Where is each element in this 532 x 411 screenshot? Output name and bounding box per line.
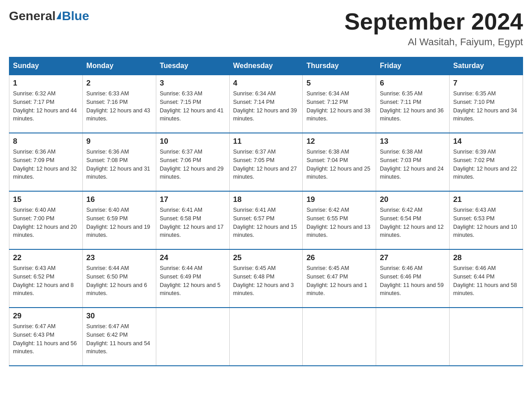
day-number: 26	[306, 253, 372, 262]
calendar-header-monday: Monday	[82, 57, 156, 75]
day-number: 28	[453, 253, 519, 262]
calendar-cell: 9Sunrise: 6:36 AMSunset: 7:08 PMDaylight…	[82, 133, 156, 191]
day-info: Sunrise: 6:44 AMSunset: 6:49 PMDaylight:…	[160, 264, 226, 298]
calendar-cell: 20Sunrise: 6:42 AMSunset: 6:54 PMDayligh…	[376, 191, 450, 249]
day-number: 1	[13, 79, 79, 88]
day-info: Sunrise: 6:33 AMSunset: 7:16 PMDaylight:…	[86, 90, 152, 123]
calendar-cell	[450, 308, 523, 366]
day-info: Sunrise: 6:42 AMSunset: 6:55 PMDaylight:…	[306, 206, 372, 240]
day-number: 9	[86, 137, 152, 146]
day-info: Sunrise: 6:38 AMSunset: 7:04 PMDaylight:…	[306, 148, 372, 181]
location-title: Al Wasitah, Faiyum, Egypt	[344, 36, 523, 48]
calendar-cell: 23Sunrise: 6:44 AMSunset: 6:50 PMDayligh…	[82, 249, 156, 308]
day-info: Sunrise: 6:46 AMSunset: 6:44 PMDaylight:…	[453, 264, 519, 298]
day-info: Sunrise: 6:35 AMSunset: 7:10 PMDaylight:…	[453, 90, 519, 123]
calendar-cell	[376, 308, 450, 366]
calendar-table: SundayMondayTuesdayWednesdayThursdayFrid…	[9, 57, 523, 366]
day-info: Sunrise: 6:36 AMSunset: 7:09 PMDaylight:…	[13, 148, 79, 181]
day-info: Sunrise: 6:42 AMSunset: 6:54 PMDaylight:…	[380, 206, 446, 240]
day-number: 8	[13, 137, 79, 146]
logo-blue-text: Blue	[62, 9, 89, 23]
calendar-cell: 13Sunrise: 6:38 AMSunset: 7:03 PMDayligh…	[376, 133, 450, 191]
calendar-cell	[303, 308, 376, 366]
calendar-cell: 14Sunrise: 6:39 AMSunset: 7:02 PMDayligh…	[450, 133, 523, 191]
day-number: 6	[380, 79, 446, 88]
day-number: 4	[233, 79, 299, 88]
calendar-header-wednesday: Wednesday	[229, 57, 303, 75]
day-number: 11	[233, 137, 299, 146]
calendar-cell	[229, 308, 303, 366]
day-number: 3	[160, 79, 226, 88]
day-info: Sunrise: 6:45 AMSunset: 6:48 PMDaylight:…	[233, 264, 299, 298]
day-number: 15	[13, 195, 79, 204]
calendar-cell: 11Sunrise: 6:37 AMSunset: 7:05 PMDayligh…	[229, 133, 303, 191]
calendar-cell: 2Sunrise: 6:33 AMSunset: 7:16 PMDaylight…	[82, 75, 156, 133]
day-number: 23	[86, 253, 152, 262]
day-info: Sunrise: 6:36 AMSunset: 7:08 PMDaylight:…	[86, 148, 152, 181]
day-info: Sunrise: 6:39 AMSunset: 7:02 PMDaylight:…	[453, 148, 519, 181]
calendar-week-2: 8Sunrise: 6:36 AMSunset: 7:09 PMDaylight…	[9, 133, 523, 191]
day-info: Sunrise: 6:34 AMSunset: 7:12 PMDaylight:…	[306, 90, 372, 123]
day-number: 12	[306, 137, 372, 146]
calendar-cell: 16Sunrise: 6:40 AMSunset: 6:59 PMDayligh…	[82, 191, 156, 249]
day-number: 21	[453, 195, 519, 204]
calendar-cell: 30Sunrise: 6:47 AMSunset: 6:42 PMDayligh…	[82, 308, 156, 366]
calendar-cell: 4Sunrise: 6:34 AMSunset: 7:14 PMDaylight…	[229, 75, 303, 133]
calendar-cell: 21Sunrise: 6:43 AMSunset: 6:53 PMDayligh…	[450, 191, 523, 249]
calendar-week-5: 29Sunrise: 6:47 AMSunset: 6:43 PMDayligh…	[9, 308, 523, 366]
logo: General Blue	[9, 9, 89, 23]
calendar-cell: 22Sunrise: 6:43 AMSunset: 6:52 PMDayligh…	[9, 249, 83, 308]
day-number: 5	[306, 79, 372, 88]
day-number: 25	[233, 253, 299, 262]
day-number: 18	[233, 195, 299, 204]
day-number: 29	[13, 312, 79, 321]
day-number: 19	[306, 195, 372, 204]
calendar-cell: 25Sunrise: 6:45 AMSunset: 6:48 PMDayligh…	[229, 249, 303, 308]
day-number: 2	[86, 79, 152, 88]
calendar-body: 1Sunrise: 6:32 AMSunset: 7:17 PMDaylight…	[9, 75, 523, 366]
day-number: 10	[160, 137, 226, 146]
day-info: Sunrise: 6:43 AMSunset: 6:53 PMDaylight:…	[453, 206, 519, 240]
calendar-cell: 8Sunrise: 6:36 AMSunset: 7:09 PMDaylight…	[9, 133, 83, 191]
day-info: Sunrise: 6:40 AMSunset: 6:59 PMDaylight:…	[86, 206, 152, 240]
calendar-cell: 17Sunrise: 6:41 AMSunset: 6:58 PMDayligh…	[156, 191, 229, 249]
calendar-week-1: 1Sunrise: 6:32 AMSunset: 7:17 PMDaylight…	[9, 75, 523, 133]
logo-general: General	[9, 9, 61, 23]
logo-general-text: General	[9, 9, 56, 23]
day-info: Sunrise: 6:33 AMSunset: 7:15 PMDaylight:…	[160, 90, 226, 123]
calendar-cell: 7Sunrise: 6:35 AMSunset: 7:10 PMDaylight…	[450, 75, 523, 133]
day-number: 7	[453, 79, 519, 88]
calendar-cell: 29Sunrise: 6:47 AMSunset: 6:43 PMDayligh…	[9, 308, 83, 366]
calendar-header-row: SundayMondayTuesdayWednesdayThursdayFrid…	[9, 57, 523, 75]
calendar-week-3: 15Sunrise: 6:40 AMSunset: 7:00 PMDayligh…	[9, 191, 523, 249]
calendar-header-tuesday: Tuesday	[156, 57, 229, 75]
logo-triangle-icon	[56, 11, 61, 19]
calendar-header-saturday: Saturday	[450, 57, 523, 75]
day-info: Sunrise: 6:43 AMSunset: 6:52 PMDaylight:…	[13, 264, 79, 298]
calendar-cell: 24Sunrise: 6:44 AMSunset: 6:49 PMDayligh…	[156, 249, 229, 308]
calendar-cell: 1Sunrise: 6:32 AMSunset: 7:17 PMDaylight…	[9, 75, 83, 133]
calendar-header-friday: Friday	[376, 57, 450, 75]
calendar-cell: 6Sunrise: 6:35 AMSunset: 7:11 PMDaylight…	[376, 75, 450, 133]
day-number: 27	[380, 253, 446, 262]
day-info: Sunrise: 6:35 AMSunset: 7:11 PMDaylight:…	[380, 90, 446, 123]
page-header: General Blue September 2024 Al Wasitah, …	[9, 9, 523, 48]
day-info: Sunrise: 6:41 AMSunset: 6:58 PMDaylight:…	[160, 206, 226, 240]
day-info: Sunrise: 6:45 AMSunset: 6:47 PMDaylight:…	[306, 264, 372, 298]
calendar-cell: 18Sunrise: 6:41 AMSunset: 6:57 PMDayligh…	[229, 191, 303, 249]
day-info: Sunrise: 6:40 AMSunset: 7:00 PMDaylight:…	[13, 206, 79, 240]
calendar-cell: 19Sunrise: 6:42 AMSunset: 6:55 PMDayligh…	[303, 191, 376, 249]
day-info: Sunrise: 6:37 AMSunset: 7:05 PMDaylight:…	[233, 148, 299, 181]
day-number: 24	[160, 253, 226, 262]
calendar-cell: 27Sunrise: 6:46 AMSunset: 6:46 PMDayligh…	[376, 249, 450, 308]
day-info: Sunrise: 6:41 AMSunset: 6:57 PMDaylight:…	[233, 206, 299, 240]
calendar-cell: 15Sunrise: 6:40 AMSunset: 7:00 PMDayligh…	[9, 191, 83, 249]
calendar-cell: 12Sunrise: 6:38 AMSunset: 7:04 PMDayligh…	[303, 133, 376, 191]
month-title: September 2024	[344, 9, 523, 34]
calendar-cell: 26Sunrise: 6:45 AMSunset: 6:47 PMDayligh…	[303, 249, 376, 308]
day-number: 22	[13, 253, 79, 262]
calendar-header-sunday: Sunday	[9, 57, 83, 75]
calendar-cell: 28Sunrise: 6:46 AMSunset: 6:44 PMDayligh…	[450, 249, 523, 308]
day-info: Sunrise: 6:37 AMSunset: 7:06 PMDaylight:…	[160, 148, 226, 181]
calendar-cell: 5Sunrise: 6:34 AMSunset: 7:12 PMDaylight…	[303, 75, 376, 133]
